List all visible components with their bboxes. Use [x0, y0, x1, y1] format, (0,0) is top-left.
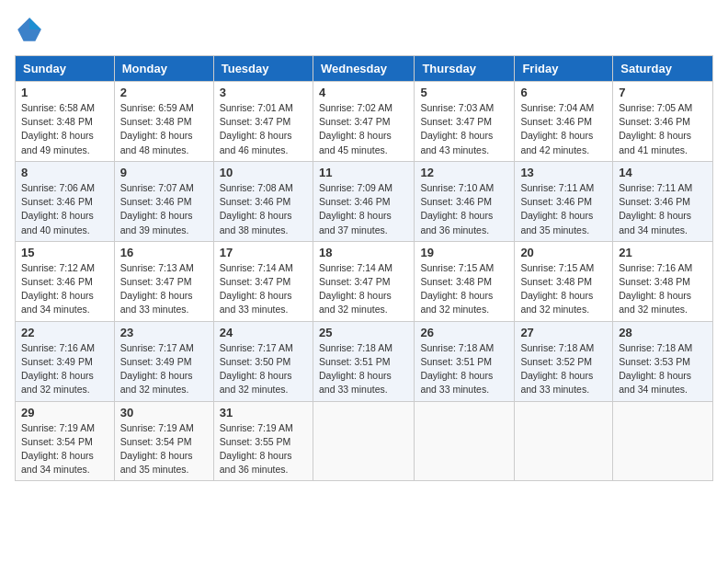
week-row-1: 1Sunrise: 6:58 AM Sunset: 3:48 PM Daylig… — [16, 82, 713, 162]
day-info: Sunrise: 7:14 AM Sunset: 3:47 PM Dayligh… — [220, 261, 307, 317]
calendar-cell: 24Sunrise: 7:17 AM Sunset: 3:50 PM Dayli… — [213, 321, 313, 401]
day-info: Sunrise: 7:12 AM Sunset: 3:46 PM Dayligh… — [21, 261, 108, 317]
calendar-cell — [515, 401, 613, 481]
day-info: Sunrise: 7:17 AM Sunset: 3:50 PM Dayligh… — [220, 341, 307, 397]
calendar-cell — [415, 401, 515, 481]
calendar-cell: 5Sunrise: 7:03 AM Sunset: 3:47 PM Daylig… — [415, 82, 515, 162]
calendar-cell: 26Sunrise: 7:18 AM Sunset: 3:51 PM Dayli… — [415, 321, 515, 401]
day-info: Sunrise: 7:06 AM Sunset: 3:46 PM Dayligh… — [21, 181, 108, 237]
day-info: Sunrise: 6:58 AM Sunset: 3:48 PM Dayligh… — [21, 101, 108, 157]
day-info: Sunrise: 7:01 AM Sunset: 3:47 PM Dayligh… — [220, 101, 307, 157]
calendar-cell: 13Sunrise: 7:11 AM Sunset: 3:46 PM Dayli… — [515, 161, 613, 241]
day-info: Sunrise: 7:07 AM Sunset: 3:46 PM Dayligh… — [120, 181, 208, 237]
column-header-sunday: Sunday — [16, 56, 115, 82]
day-info: Sunrise: 6:59 AM Sunset: 3:48 PM Dayligh… — [120, 101, 208, 157]
calendar-cell: 25Sunrise: 7:18 AM Sunset: 3:51 PM Dayli… — [313, 321, 414, 401]
day-number: 23 — [120, 326, 208, 339]
logo-icon — [15, 15, 44, 44]
day-info: Sunrise: 7:16 AM Sunset: 3:49 PM Dayligh… — [21, 341, 108, 397]
day-number: 26 — [420, 326, 508, 339]
day-number: 10 — [220, 166, 307, 179]
column-header-monday: Monday — [114, 56, 213, 82]
day-number: 31 — [220, 406, 307, 419]
calendar-cell: 21Sunrise: 7:16 AM Sunset: 3:48 PM Dayli… — [613, 241, 713, 321]
calendar-cell: 30Sunrise: 7:19 AM Sunset: 3:54 PM Dayli… — [114, 401, 213, 481]
calendar-cell: 28Sunrise: 7:18 AM Sunset: 3:53 PM Dayli… — [613, 321, 713, 401]
calendar-cell: 22Sunrise: 7:16 AM Sunset: 3:49 PM Dayli… — [16, 321, 115, 401]
calendar-cell: 9Sunrise: 7:07 AM Sunset: 3:46 PM Daylig… — [114, 161, 213, 241]
calendar-cell: 16Sunrise: 7:13 AM Sunset: 3:47 PM Dayli… — [114, 241, 213, 321]
day-number: 16 — [120, 246, 208, 259]
week-row-4: 22Sunrise: 7:16 AM Sunset: 3:49 PM Dayli… — [16, 321, 713, 401]
day-info: Sunrise: 7:11 AM Sunset: 3:46 PM Dayligh… — [520, 181, 607, 237]
day-number: 20 — [520, 246, 607, 259]
day-number: 14 — [619, 166, 707, 179]
calendar-cell: 14Sunrise: 7:11 AM Sunset: 3:46 PM Dayli… — [613, 161, 713, 241]
calendar-cell — [613, 401, 713, 481]
day-number: 1 — [21, 86, 108, 99]
calendar-header: SundayMondayTuesdayWednesdayThursdayFrid… — [16, 56, 713, 82]
day-number: 17 — [220, 246, 307, 259]
day-info: Sunrise: 7:19 AM Sunset: 3:54 PM Dayligh… — [21, 421, 108, 477]
calendar-cell — [313, 401, 414, 481]
day-number: 27 — [520, 326, 607, 339]
calendar-cell: 31Sunrise: 7:19 AM Sunset: 3:55 PM Dayli… — [213, 401, 313, 481]
calendar-cell: 11Sunrise: 7:09 AM Sunset: 3:46 PM Dayli… — [313, 161, 414, 241]
day-info: Sunrise: 7:18 AM Sunset: 3:51 PM Dayligh… — [319, 341, 408, 397]
day-info: Sunrise: 7:17 AM Sunset: 3:49 PM Dayligh… — [120, 341, 208, 397]
day-info: Sunrise: 7:03 AM Sunset: 3:47 PM Dayligh… — [420, 101, 508, 157]
day-info: Sunrise: 7:16 AM Sunset: 3:48 PM Dayligh… — [619, 261, 707, 317]
calendar-cell: 29Sunrise: 7:19 AM Sunset: 3:54 PM Dayli… — [16, 401, 115, 481]
calendar-cell: 17Sunrise: 7:14 AM Sunset: 3:47 PM Dayli… — [213, 241, 313, 321]
day-info: Sunrise: 7:13 AM Sunset: 3:47 PM Dayligh… — [120, 261, 208, 317]
day-info: Sunrise: 7:18 AM Sunset: 3:53 PM Dayligh… — [619, 341, 707, 397]
calendar-cell: 6Sunrise: 7:04 AM Sunset: 3:46 PM Daylig… — [515, 82, 613, 162]
day-number: 13 — [520, 166, 607, 179]
column-header-thursday: Thursday — [415, 56, 515, 82]
day-number: 7 — [619, 86, 707, 99]
header-row: SundayMondayTuesdayWednesdayThursdayFrid… — [16, 56, 713, 82]
day-info: Sunrise: 7:05 AM Sunset: 3:46 PM Dayligh… — [619, 101, 707, 157]
day-info: Sunrise: 7:08 AM Sunset: 3:46 PM Dayligh… — [220, 181, 307, 237]
day-number: 29 — [21, 406, 108, 419]
day-number: 4 — [319, 86, 408, 99]
day-number: 6 — [520, 86, 607, 99]
day-info: Sunrise: 7:19 AM Sunset: 3:54 PM Dayligh… — [120, 421, 208, 477]
day-number: 19 — [420, 246, 508, 259]
calendar-cell: 18Sunrise: 7:14 AM Sunset: 3:47 PM Dayli… — [313, 241, 414, 321]
day-info: Sunrise: 7:11 AM Sunset: 3:46 PM Dayligh… — [619, 181, 707, 237]
day-number: 2 — [120, 86, 208, 99]
day-info: Sunrise: 7:19 AM Sunset: 3:55 PM Dayligh… — [220, 421, 307, 477]
calendar-cell: 7Sunrise: 7:05 AM Sunset: 3:46 PM Daylig… — [613, 82, 713, 162]
day-number: 8 — [21, 166, 108, 179]
day-info: Sunrise: 7:18 AM Sunset: 3:51 PM Dayligh… — [420, 341, 508, 397]
calendar-cell: 2Sunrise: 6:59 AM Sunset: 3:48 PM Daylig… — [114, 82, 213, 162]
week-row-2: 8Sunrise: 7:06 AM Sunset: 3:46 PM Daylig… — [16, 161, 713, 241]
column-header-wednesday: Wednesday — [313, 56, 414, 82]
calendar-cell: 12Sunrise: 7:10 AM Sunset: 3:46 PM Dayli… — [415, 161, 515, 241]
calendar-body: 1Sunrise: 6:58 AM Sunset: 3:48 PM Daylig… — [16, 82, 713, 481]
day-info: Sunrise: 7:02 AM Sunset: 3:47 PM Dayligh… — [319, 101, 408, 157]
calendar-cell: 27Sunrise: 7:18 AM Sunset: 3:52 PM Dayli… — [515, 321, 613, 401]
day-info: Sunrise: 7:10 AM Sunset: 3:46 PM Dayligh… — [420, 181, 508, 237]
column-header-saturday: Saturday — [613, 56, 713, 82]
calendar-cell: 20Sunrise: 7:15 AM Sunset: 3:48 PM Dayli… — [515, 241, 613, 321]
day-number: 3 — [220, 86, 307, 99]
page-header — [15, 15, 713, 44]
calendar-cell: 8Sunrise: 7:06 AM Sunset: 3:46 PM Daylig… — [16, 161, 115, 241]
day-number: 24 — [220, 326, 307, 339]
day-info: Sunrise: 7:18 AM Sunset: 3:52 PM Dayligh… — [520, 341, 607, 397]
day-number: 12 — [420, 166, 508, 179]
week-row-5: 29Sunrise: 7:19 AM Sunset: 3:54 PM Dayli… — [16, 401, 713, 481]
day-number: 5 — [420, 86, 508, 99]
day-info: Sunrise: 7:04 AM Sunset: 3:46 PM Dayligh… — [520, 101, 607, 157]
day-number: 15 — [21, 246, 108, 259]
day-info: Sunrise: 7:15 AM Sunset: 3:48 PM Dayligh… — [520, 261, 607, 317]
column-header-friday: Friday — [515, 56, 613, 82]
calendar-cell: 4Sunrise: 7:02 AM Sunset: 3:47 PM Daylig… — [313, 82, 414, 162]
day-number: 22 — [21, 326, 108, 339]
calendar-cell: 3Sunrise: 7:01 AM Sunset: 3:47 PM Daylig… — [213, 82, 313, 162]
svg-marker-1 — [29, 17, 41, 29]
day-info: Sunrise: 7:15 AM Sunset: 3:48 PM Dayligh… — [420, 261, 508, 317]
calendar-cell: 10Sunrise: 7:08 AM Sunset: 3:46 PM Dayli… — [213, 161, 313, 241]
